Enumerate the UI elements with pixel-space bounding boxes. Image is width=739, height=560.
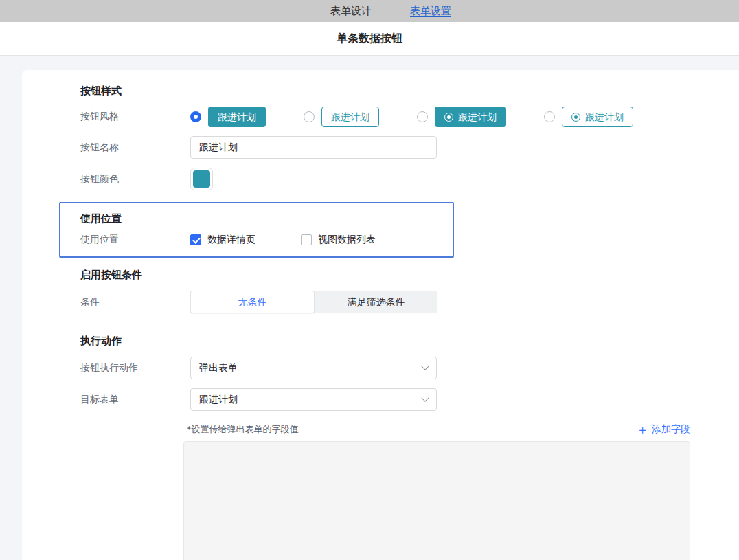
add-field-button[interactable]: ＋ 添加字段 (637, 423, 690, 436)
chevron-down-icon (421, 362, 429, 370)
add-field-label: 添加字段 (652, 423, 690, 436)
color-swatch[interactable] (190, 168, 213, 190)
checkbox-label: 视图数据列表 (318, 234, 376, 246)
checkbox-checked-icon[interactable] (190, 234, 201, 245)
button-color-label: 按钮颜色 (80, 173, 190, 186)
condition-segmented-control: 无条件 满足筛选条件 (190, 291, 437, 313)
checkbox-unchecked-icon[interactable] (301, 234, 312, 245)
button-name-input[interactable] (190, 136, 437, 159)
button-preview-filled-icon[interactable]: 跟进计划 (435, 107, 506, 127)
button-color-row: 按钮颜色 (80, 168, 739, 190)
top-tab-bar: 表单设计 表单设置 (0, 0, 739, 22)
field-values-header: *设置传给弹出表单的字段值 ＋ 添加字段 (183, 423, 690, 436)
button-preview-filled[interactable]: 跟进计划 (208, 107, 266, 127)
button-preview-outlined-icon[interactable]: 跟进计划 (562, 107, 633, 127)
radio-button-icon[interactable] (304, 111, 315, 122)
target-form-select-value: 跟进计划 (199, 394, 238, 406)
checkbox-label: 数据详情页 (207, 234, 255, 246)
radio-button-icon[interactable] (544, 111, 555, 122)
style-option-filled[interactable]: 跟进计划 (190, 107, 266, 127)
button-name-label: 按钮名称 (80, 142, 190, 154)
target-icon (571, 113, 580, 122)
button-style-row: 按钮风格 跟进计划 跟进计划 跟进计划 (80, 107, 739, 127)
button-style-label: 按钮风格 (80, 111, 190, 123)
target-form-label: 目标表单 (80, 394, 190, 406)
section-heading-usage-position: 使用位置 (80, 212, 453, 225)
target-icon (444, 113, 453, 122)
condition-label: 条件 (80, 296, 190, 309)
usage-position-row: 使用位置 数据详情页 视图数据列表 (80, 234, 453, 246)
chevron-down-icon (421, 394, 429, 401)
action-label: 按钮执行动作 (80, 362, 190, 374)
button-preview-text: 跟进计划 (331, 112, 370, 122)
style-option-outlined[interactable]: 跟进计划 (304, 107, 379, 127)
color-swatch-fill (193, 170, 210, 188)
header-gap (0, 56, 739, 70)
button-name-row: 按钮名称 (80, 136, 739, 159)
page-title: 单条数据按钮 (337, 32, 402, 46)
button-preview-text: 跟进计划 (458, 112, 497, 122)
field-values-block: *设置传给弹出表单的字段值 ＋ 添加字段 (183, 423, 690, 560)
action-select-value: 弹出表单 (199, 362, 238, 374)
radio-button-icon[interactable] (190, 111, 201, 122)
section-heading-condition: 启用按钮条件 (80, 268, 739, 282)
plus-icon: ＋ (637, 424, 648, 436)
button-preview-text: 跟进计划 (218, 112, 256, 122)
segment-no-condition[interactable]: 无条件 (190, 291, 315, 313)
section-heading-button-style: 按钮样式 (80, 84, 739, 98)
action-row: 按钮执行动作 弹出表单 (80, 357, 739, 379)
tab-form-settings[interactable]: 表单设置 (410, 0, 451, 22)
section-heading-action: 执行动作 (80, 334, 739, 348)
field-values-note: *设置传给弹出表单的字段值 (187, 423, 299, 436)
settings-card: 按钮样式 按钮风格 跟进计划 跟进计划 跟进计划 (22, 70, 739, 560)
target-form-row: 目标表单 跟进计划 (80, 388, 739, 411)
usage-position-section: 使用位置 使用位置 数据详情页 视图数据列表 (59, 202, 454, 258)
checkbox-option-detail-page[interactable]: 数据详情页 (190, 234, 255, 246)
radio-button-icon[interactable] (417, 111, 428, 122)
style-option-outlined-icon[interactable]: 跟进计划 (544, 107, 633, 127)
action-select[interactable]: 弹出表单 (190, 357, 437, 379)
button-preview-outlined[interactable]: 跟进计划 (321, 107, 379, 127)
target-form-select[interactable]: 跟进计划 (190, 388, 437, 411)
style-option-filled-icon[interactable]: 跟进计划 (417, 107, 506, 127)
condition-row: 条件 无条件 满足筛选条件 (80, 291, 739, 313)
segment-filter-condition[interactable]: 满足筛选条件 (315, 291, 437, 313)
usage-position-label: 使用位置 (80, 234, 190, 246)
tab-form-design[interactable]: 表单设计 (330, 0, 372, 22)
button-style-options: 跟进计划 跟进计划 跟进计划 跟进计划 (190, 107, 633, 127)
field-values-panel (183, 441, 690, 560)
checkbox-option-view-list[interactable]: 视图数据列表 (301, 234, 376, 246)
button-preview-text: 跟进计划 (585, 112, 624, 122)
page-header: 单条数据按钮 (0, 22, 739, 56)
